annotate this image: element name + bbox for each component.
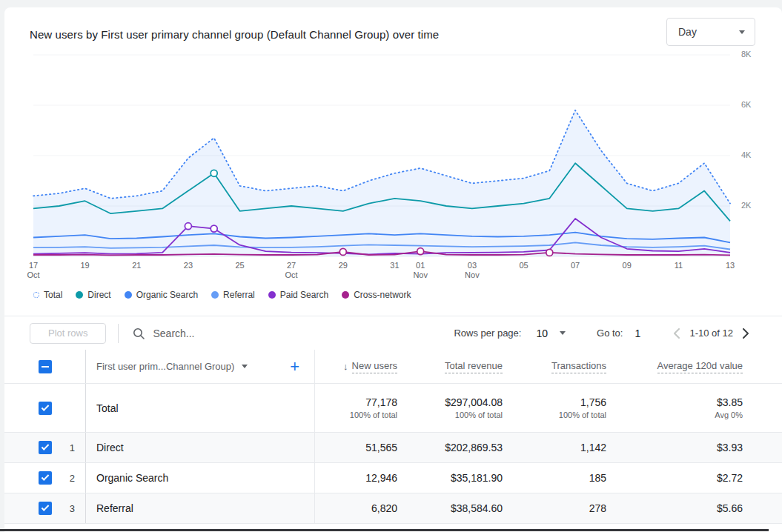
rows-per-page-value: 10 — [536, 327, 548, 339]
x-axis-label: 25 — [235, 261, 244, 270]
transactions-value: 185 — [510, 463, 614, 493]
row-checkbox[interactable] — [39, 502, 52, 515]
sort-desc-icon: ↓ — [343, 361, 348, 372]
chevron-down-icon — [560, 331, 566, 335]
total-revenue-value: $35,181.90 — [405, 463, 510, 493]
legend-label: Referral — [223, 290, 255, 300]
x-axis-label: 01Nov — [413, 261, 428, 280]
column-header-avg-value-cell: Average 120d value — [614, 350, 750, 383]
goto-page-input[interactable] — [634, 327, 654, 339]
legend-swatch-icon — [268, 291, 276, 299]
row-number: 2 — [70, 473, 85, 484]
column-header-avg-value[interactable]: Average 120d value — [657, 360, 743, 373]
legend-label: Organic Search — [136, 290, 198, 300]
plot-rows-button[interactable]: Plot rows — [30, 323, 106, 344]
column-header-new-users-cell: ↓ New users — [315, 350, 405, 383]
row-checkbox-cell: 3 — [30, 493, 86, 523]
legend-item-paid-search: Paid Search — [268, 290, 328, 300]
row-checkbox[interactable] — [39, 471, 52, 485]
total-revenue-value: $297,004.08 — [445, 396, 503, 408]
row-checkbox-cell: 2 — [30, 463, 86, 493]
check-icon — [42, 473, 50, 481]
total-avg-value-value: $3.85 — [717, 396, 743, 408]
y-axis-label: 2K — [741, 201, 751, 210]
transactions-value: 1,142 — [510, 433, 614, 462]
x-axis-label: 11 — [675, 261, 683, 270]
total-revenue-value: $38,584.60 — [405, 493, 510, 523]
channel-name: Referral — [86, 493, 315, 523]
avg-value-value: $3.93 — [614, 433, 750, 462]
chevron-down-icon — [739, 30, 745, 34]
column-header-total-revenue[interactable]: Total revenue — [445, 360, 503, 373]
table-header-row: First user prim...Channel Group) + ↓ New… — [4, 350, 782, 384]
legend-label: Paid Search — [280, 290, 328, 300]
legend-label: Cross-network — [354, 290, 411, 300]
rows-per-page-label: Rows per page: — [454, 327, 521, 339]
row-checkbox-cell: 1 — [30, 433, 86, 462]
report-header: New users by First user primary channel … — [4, 7, 782, 46]
dimension-header[interactable]: First user prim...Channel Group) — [96, 361, 234, 372]
chevron-down-icon[interactable] — [242, 365, 248, 368]
add-dimension-button[interactable]: + — [290, 359, 314, 375]
x-axis-label: 17Oct — [27, 261, 39, 280]
select-all-checkbox[interactable] — [39, 360, 52, 373]
legend-item-organic-search: Organic Search — [125, 290, 198, 300]
new-users-value: 6,820 — [315, 493, 405, 523]
timeseries-chart-holder — [33, 55, 730, 256]
header-checkbox-cell — [30, 350, 86, 383]
check-icon — [42, 503, 50, 511]
report-card: New users by First user primary channel … — [4, 7, 782, 532]
new-users-value: 51,565 — [315, 433, 405, 462]
total-label: Total — [86, 384, 315, 432]
total-revenue-value: $202,869.53 — [405, 433, 510, 462]
x-axis-label: 07 — [571, 261, 580, 270]
table-search[interactable] — [132, 327, 331, 340]
indeterminate-mark-icon — [42, 366, 49, 368]
total-row-checkbox[interactable] — [39, 402, 52, 415]
x-axis-label: 13 — [726, 261, 735, 270]
x-axis-label: 09 — [623, 261, 632, 270]
channel-name: Organic Search — [86, 463, 315, 493]
granularity-value: Day — [678, 26, 697, 38]
row-number: 3 — [70, 503, 85, 514]
avg-value-value: $2.72 — [614, 463, 750, 493]
table-row[interactable]: 3 Referral 6,820 $38,584.60 278 $5.66 — [4, 493, 782, 524]
row-number: 1 — [70, 442, 85, 453]
legend-swatch-icon — [33, 292, 39, 298]
bottom-edge-bar — [0, 529, 769, 531]
next-page-icon[interactable] — [738, 325, 754, 342]
table-total-row: Total 77,178 100% of total $297,004.08 1… — [4, 384, 782, 433]
search-icon — [132, 327, 145, 340]
chart-area: 8K6K4K2K 17Oct1921232527Oct293101Nov03No… — [4, 46, 782, 285]
granularity-dropdown[interactable]: Day — [666, 18, 755, 46]
chart-title: New users by First user primary channel … — [30, 28, 439, 41]
total-avg-value-sub: Avg 0% — [715, 410, 743, 419]
total-transactions-value: 1,756 — [580, 396, 606, 408]
new-users-value: 12,946 — [315, 463, 405, 493]
column-header-transactions[interactable]: Transactions — [551, 360, 606, 373]
total-checkbox-cell — [30, 384, 86, 432]
table-row[interactable]: 1 Direct 51,565 $202,869.53 1,142 $3.93 — [4, 433, 782, 463]
x-axis-label: 03Nov — [465, 261, 480, 280]
legend-item-cross-network: Cross-network — [342, 290, 411, 300]
table-row[interactable]: 2 Organic Search 12,946 $35,181.90 185 $… — [4, 463, 782, 493]
channel-name: Direct — [86, 433, 315, 462]
row-checkbox[interactable] — [39, 441, 52, 454]
total-transactions: 1,756 100% of total — [510, 384, 614, 432]
legend-swatch-icon — [211, 291, 219, 299]
total-new-users: 77,178 100% of total — [315, 384, 405, 432]
column-header-new-users[interactable]: New users — [352, 360, 397, 373]
legend-item-referral: Referral — [211, 290, 255, 300]
y-axis-label: 8K — [741, 50, 751, 59]
avg-value-value: $5.66 — [614, 493, 750, 523]
search-input[interactable] — [153, 327, 331, 339]
goto-label: Go to: — [597, 327, 623, 339]
y-axis: 8K6K4K2K — [741, 55, 771, 256]
table-toolbar: Plot rows Rows per page: 10 Go to: 1-10 … — [4, 316, 782, 350]
total-avg-value: $3.85 Avg 0% — [614, 384, 750, 432]
toolbar-divider — [118, 324, 119, 343]
legend-item-direct: Direct — [76, 290, 110, 300]
rows-per-page-dropdown[interactable]: 10 — [536, 327, 566, 339]
check-icon — [42, 403, 50, 411]
prev-page-icon[interactable] — [669, 325, 685, 342]
